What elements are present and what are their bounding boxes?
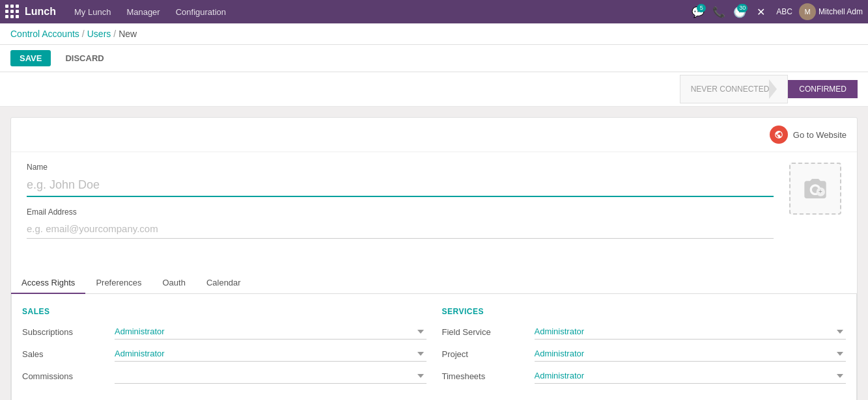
project-label: Project (442, 349, 527, 359)
breadcrumb: Control Accounts / Users / New (0, 23, 868, 45)
clock-badge: 30 (737, 4, 748, 12)
menu-manager[interactable]: Manager (119, 0, 167, 23)
name-label: Name (27, 163, 774, 172)
status-never-connected[interactable]: NEVER CONNECTED (680, 75, 789, 103)
form-left: Name Email Address (27, 163, 774, 249)
app-name[interactable]: Lunch (25, 6, 56, 18)
services-section-title: Services (442, 307, 847, 316)
tab-content-access-rights: Sales Subscriptions Administrator User N… (11, 294, 857, 400)
sales-section: Sales Subscriptions Administrator User N… (22, 307, 427, 390)
save-button[interactable]: SAVE (10, 50, 51, 66)
svg-text:+: + (819, 188, 822, 195)
breadcrumb-current: New (119, 29, 137, 39)
form-card: Go to Website Name Email Address (10, 117, 858, 400)
clock-icon[interactable]: 🕐 30 (731, 3, 749, 21)
website-icon (770, 126, 788, 144)
messages-icon[interactable]: 💬 5 (689, 3, 707, 21)
form-fields-section: Name Email Address + (11, 152, 857, 260)
avatar-upload[interactable]: + (789, 163, 841, 215)
project-select[interactable]: Administrator User None (535, 346, 847, 362)
main-content: Go to Website Name Email Address (0, 107, 868, 400)
apps-grid-icon[interactable] (5, 5, 20, 19)
action-bar: SAVE DISCARD (0, 45, 868, 72)
perm-row-field-service: Field Service Administrator User None (442, 324, 847, 340)
messages-badge: 5 (697, 4, 706, 12)
email-input[interactable] (27, 219, 774, 239)
perm-row-timesheets: Timesheets Administrator User None (442, 368, 847, 384)
perm-row-sales: Sales Administrator User None (22, 346, 427, 362)
perm-row-commissions: Commissions Administrator User (22, 368, 427, 384)
subscriptions-label: Subscriptions (22, 327, 107, 337)
discard-button[interactable]: DISCARD (56, 50, 113, 66)
services-section: Services Field Service Administrator Use… (442, 307, 847, 390)
permissions-grid: Sales Subscriptions Administrator User N… (22, 307, 846, 390)
tab-oauth[interactable]: Oauth (152, 273, 195, 294)
form-top-row: Go to Website (11, 118, 857, 152)
status-arrow-1 (769, 79, 777, 99)
sales-section-title: Sales (22, 307, 427, 316)
breadcrumb-sep1: / (82, 29, 85, 39)
commissions-select[interactable]: Administrator User (115, 368, 427, 384)
email-label: Email Address (27, 207, 774, 217)
avatar[interactable]: M (799, 3, 816, 20)
topnav-right: 💬 5 📞 🕐 30 ✕ ABC M Mitchell Adm (689, 3, 863, 21)
perm-row-subscriptions: Subscriptions Administrator User None (22, 324, 427, 340)
tabs-bar: Access Rights Preferences Oauth Calendar (11, 273, 857, 294)
timesheets-label: Timesheets (442, 371, 527, 381)
email-field-group: Email Address (27, 207, 774, 239)
phone-icon[interactable]: 📞 (710, 3, 728, 21)
status-bar: NEVER CONNECTED CONFIRMED (0, 72, 868, 107)
tab-preferences[interactable]: Preferences (85, 273, 152, 294)
close-icon[interactable]: ✕ (751, 3, 770, 21)
menu-my-lunch[interactable]: My Lunch (66, 0, 119, 23)
top-navigation: Lunch My Lunch Manager Configuration 💬 5… (0, 0, 868, 23)
sales-label: Sales (22, 349, 107, 359)
status-confirmed[interactable]: CONFIRMED (788, 80, 858, 98)
tab-calendar[interactable]: Calendar (196, 273, 251, 294)
field-service-label: Field Service (442, 327, 527, 337)
tab-access-rights[interactable]: Access Rights (11, 273, 85, 294)
form-fields: Name Email Address + (27, 163, 841, 249)
name-input[interactable] (27, 174, 774, 197)
commissions-label: Commissions (22, 371, 107, 381)
field-service-select[interactable]: Administrator User None (535, 324, 847, 340)
goto-website-button[interactable]: Go to Website (770, 126, 847, 144)
menu-configuration[interactable]: Configuration (168, 0, 234, 23)
breadcrumb-control-accounts[interactable]: Control Accounts (10, 29, 79, 39)
breadcrumb-users[interactable]: Users (87, 29, 111, 39)
username[interactable]: Mitchell Adm (819, 7, 863, 16)
perm-row-project: Project Administrator User None (442, 346, 847, 362)
timesheets-select[interactable]: Administrator User None (535, 368, 847, 384)
apps-menu[interactable] (5, 5, 20, 19)
main-menu: My Lunch Manager Configuration (66, 0, 234, 23)
sales-select[interactable]: Administrator User None (115, 346, 427, 362)
name-field-group: Name (27, 163, 774, 197)
abc-label[interactable]: ABC (772, 7, 796, 16)
breadcrumb-sep2: / (113, 29, 116, 39)
subscriptions-select[interactable]: Administrator User None (115, 324, 427, 340)
goto-website-label: Go to Website (793, 130, 847, 140)
